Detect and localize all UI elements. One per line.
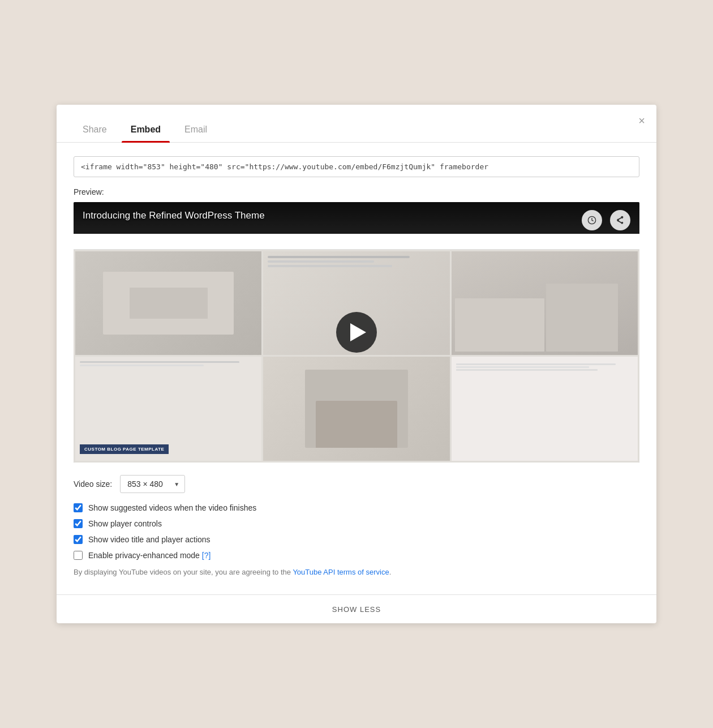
- tab-embed[interactable]: Embed: [122, 117, 170, 143]
- size-select-wrapper: 560 × 315 640 × 360 853 × 480 1280 × 720: [120, 475, 185, 493]
- checkbox-player-controls-input[interactable]: [74, 519, 83, 528]
- play-button[interactable]: [336, 312, 377, 353]
- embed-code-input[interactable]: [74, 156, 639, 177]
- mockup-cell-6: [452, 357, 638, 461]
- video-size-select[interactable]: 560 × 315 640 × 360 853 × 480 1280 × 720: [120, 475, 185, 493]
- close-button[interactable]: ×: [638, 115, 645, 126]
- video-preview: Introducing the Refined WordPress Theme: [74, 202, 639, 463]
- checkbox-suggested-videos-input[interactable]: [74, 503, 83, 512]
- share-icon[interactable]: [610, 210, 630, 230]
- checkbox-privacy-mode-input[interactable]: [74, 551, 83, 560]
- checkbox-player-controls-label: Show player controls: [88, 519, 162, 528]
- play-triangle-icon: [350, 323, 366, 341]
- mockup-cell-5: [263, 357, 449, 461]
- watch-later-icon[interactable]: [582, 210, 602, 230]
- tab-share[interactable]: Share: [74, 117, 116, 143]
- video-size-label: Video size:: [74, 479, 112, 489]
- mockup-content: CUSTOM BLOG PAGE TEMPLATE: [74, 250, 639, 463]
- checkbox-video-title-input[interactable]: [74, 535, 83, 544]
- tab-email[interactable]: Email: [175, 117, 216, 143]
- options-section: Video size: 560 × 315 640 × 360 853 × 48…: [74, 475, 639, 595]
- mockup-cell-3: [452, 251, 638, 356]
- dialog-footer: SHOW LESS: [57, 594, 656, 623]
- checkbox-suggested-videos-label: Show suggested videos when the video fin…: [88, 503, 256, 512]
- preview-label: Preview:: [74, 187, 639, 196]
- mockup-top-bar: [74, 234, 639, 250]
- video-action-icons: [582, 210, 630, 230]
- mockup-cell-1: [75, 251, 261, 356]
- checkbox-suggested-videos: Show suggested videos when the video fin…: [74, 503, 639, 512]
- checkbox-privacy-mode-label: Enable privacy-enhanced mode [?]: [88, 551, 211, 560]
- checkbox-privacy-mode: Enable privacy-enhanced mode [?]: [74, 551, 639, 560]
- terms-row: By displaying YouTube videos on your sit…: [74, 567, 639, 578]
- checkbox-player-controls: Show player controls: [74, 519, 639, 528]
- embed-dialog: Share Embed Email × Preview: Introducing…: [57, 105, 656, 624]
- show-less-button[interactable]: SHOW LESS: [332, 605, 381, 614]
- checkbox-video-title: Show video title and player actions: [74, 535, 639, 544]
- mockup-cell-4: CUSTOM BLOG PAGE TEMPLATE: [75, 357, 261, 461]
- terms-of-service-link[interactable]: YouTube API terms of service: [293, 568, 389, 576]
- checkbox-video-title-label: Show video title and player actions: [88, 535, 211, 544]
- privacy-help-link[interactable]: [?]: [202, 551, 211, 560]
- video-title: Introducing the Refined WordPress Theme: [74, 202, 639, 229]
- dialog-body: Preview: Introducing the Refined WordPre…: [57, 143, 656, 595]
- video-size-row: Video size: 560 × 315 640 × 360 853 × 48…: [74, 475, 639, 493]
- mockup-badge-label: CUSTOM BLOG PAGE TEMPLATE: [80, 444, 169, 454]
- dialog-header: Share Embed Email ×: [57, 105, 656, 143]
